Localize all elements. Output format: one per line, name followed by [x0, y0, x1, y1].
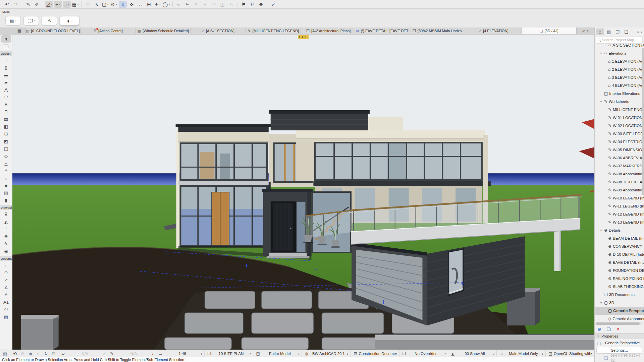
guide-lines-icon[interactable]: ◿∨: [45, 1, 53, 8]
text-tool-icon[interactable]: A: [0, 291, 12, 299]
tree-item[interactable]: ∨ ✎ W-06 ABBREVIATI: [595, 154, 644, 162]
flag-schedule-icon[interactable]: ⚐∨: [248, 1, 256, 8]
chevron-right-icon[interactable]: ›: [640, 30, 643, 34]
frame-icon[interactable]: ▢∨: [101, 1, 109, 8]
undo-icon[interactable]: ↶∨: [3, 1, 11, 8]
curtain-wall-tool-icon[interactable]: ▦: [0, 116, 12, 123]
marquee-multi-button[interactable]: ▧›: [5, 16, 21, 25]
pickup-parameters-icon[interactable]: ✎∨: [24, 1, 32, 8]
tree-item[interactable]: ∨ ✎ W-07 MARKERS (I: [595, 162, 644, 170]
project-map-icon[interactable]: ⌂: [596, 28, 604, 35]
wall-tool-icon[interactable]: ▱: [0, 57, 12, 64]
tree-item[interactable]: ∨ ✎ W-11 LEGEND (Ind: [595, 202, 644, 210]
marquee-select-button[interactable]: ›: [23, 16, 39, 25]
camera-tool-icon[interactable]: ◉: [0, 248, 12, 255]
inject-parameters-icon[interactable]: ✐∨: [33, 1, 41, 8]
save-view-icon[interactable]: ❖∨: [257, 1, 265, 8]
elevation-tool-icon[interactable]: ◭: [0, 218, 12, 226]
tree-item[interactable]: ∨ ⊕ D-10 DETAIL (Inde: [595, 250, 644, 258]
tab-a2-plans[interactable]: ❐ [A-2 Architectural Plans]: [301, 27, 356, 34]
tab-eave-detail[interactable]: ⊕ (!) EAVE DETAIL [EAVE DET...: [356, 27, 411, 34]
fillet-icon[interactable]: ◠∨: [210, 1, 218, 8]
renovation-filter[interactable]: ▱ N/A ›: [58, 350, 107, 357]
tree-item[interactable]: ∨ ⊕ Details: [595, 226, 644, 234]
menu-icon[interactable]: ≡: [637, 29, 639, 34]
tree-item[interactable]: ∨ ✎ W-08 TEXT & LAB: [595, 178, 644, 186]
stair-tool-icon[interactable]: ≡: [0, 101, 12, 108]
tree-item[interactable]: ∨ ◇ Generic Axonomet: [595, 315, 644, 322]
tree-scrollbar[interactable]: [642, 48, 644, 195]
publish-button[interactable]: ⇗ ∨: [576, 27, 594, 34]
view-settings-dialog-button[interactable]: Settings...: [596, 347, 642, 354]
slab-tool-icon[interactable]: ▰: [0, 79, 12, 86]
lamp-tool-icon[interactable]: ☼: [0, 175, 12, 182]
tree-item[interactable]: ∨ ⌂ 3 ELEVATION (Auto: [595, 73, 644, 81]
tab-section-s1[interactable]: ⌂ [A S-1 SECTION]: [191, 27, 246, 34]
gravity-icon[interactable]: ⇩∨: [119, 1, 127, 8]
tree-item[interactable]: ∨ ✎ W-10 LEGEND (Inc: [595, 194, 644, 202]
zoom-icon[interactable]: ⊕: [26, 351, 34, 356]
object-tool-icon[interactable]: ♙: [0, 167, 12, 175]
search-field[interactable]: [596, 36, 643, 44]
tab-msbim-layout[interactable]: ❐ [30/42 MSBIM Main Horizo...: [411, 27, 466, 34]
marker-tool-icon[interactable]: ①: [0, 306, 12, 313]
3d-viewport[interactable]: [12, 35, 594, 350]
grid-snap-icon[interactable]: ▦∨: [71, 1, 79, 8]
tree-item[interactable]: ∨ ⊕ RAILING FIXING DI: [595, 275, 644, 283]
tab-overview-button[interactable]: ▦: [13, 27, 25, 34]
wall-end-tool-icon[interactable]: ▮: [0, 197, 12, 204]
mesh-tool-icon[interactable]: △: [0, 160, 12, 167]
coordinate-input-icon[interactable]: ⌗∨: [63, 1, 71, 8]
structure-display[interactable]: ⌂ Main Model Only ›: [497, 350, 545, 357]
plane-icon[interactable]: ◇∨: [84, 1, 92, 8]
tab-millicent-legend[interactable]: ✎ [MILLICENT ENG LEGEND]: [246, 27, 301, 34]
renovation-show[interactable]: ◭ 00 Show All ›: [448, 350, 497, 357]
railing-tool-icon[interactable]: Π: [0, 108, 12, 116]
extend-icon[interactable]: ⌐∨: [201, 1, 209, 8]
tree-item[interactable]: ∨ ✎ W-13 LEGEND (Inc: [595, 218, 644, 226]
tree-item[interactable]: ∨ ✎ W-12 LEGEND (Inc: [595, 210, 644, 218]
tree-item[interactable]: ∨ ⌂ 4 ELEVATION (Auto: [595, 81, 644, 89]
curtain-panel-tool-icon[interactable]: ▥: [0, 189, 12, 197]
fit-in-window-icon[interactable]: ⊡: [50, 351, 57, 356]
roof-tool-icon[interactable]: ⋀: [0, 86, 12, 94]
scale[interactable]: ▭ 1:48 ›: [156, 350, 205, 357]
radial-dimension-tool-icon[interactable]: ↗: [0, 277, 12, 284]
retaining-wall[interactable]: [375, 334, 594, 350]
tree-item[interactable]: ∨ ✎ W-01 LOCATION M: [595, 114, 644, 122]
explore-icon[interactable]: λ: [42, 351, 50, 356]
orbit-icon[interactable]: ◌: [34, 351, 42, 356]
tree-item[interactable]: ∨ ✎ W-08 Abbreviation: [595, 170, 644, 178]
check-model-icon[interactable]: ✓∨: [269, 1, 277, 8]
tree-item[interactable]: ∨ ▢ 3D: [595, 299, 644, 307]
tree-item[interactable]: ∨ ⊕ EAVE DETAIL (Inde: [595, 258, 644, 266]
snap-guides-icon[interactable]: ⌖∨: [54, 1, 62, 8]
view-map-icon[interactable]: ▤: [605, 28, 613, 35]
opening-tool-icon[interactable]: ◰: [0, 145, 12, 153]
tree-item[interactable]: ∨ ▢ Generic Perspect: [595, 307, 644, 315]
add-view-button[interactable]: ⊕: [597, 326, 601, 332]
graphic-overrides[interactable]: ❐ No Overrides ›: [399, 350, 448, 357]
tab-action-center[interactable]: ♖ [Action Center]: [80, 27, 136, 34]
model-view-options[interactable]: ▤ Entire Model ›: [253, 350, 302, 357]
next-view-icon[interactable]: ⟳: [19, 351, 26, 356]
publisher-icon[interactable]: ❏: [622, 28, 630, 35]
tree-item[interactable]: ∨ ▱ Elevations: [595, 49, 644, 57]
tree-item[interactable]: ∨ ⌂ 2 ELEVATION (Auto: [595, 65, 644, 73]
tab-window-schedule[interactable]: ▦ [Window Schedule Detailed]: [136, 27, 191, 34]
tree-item[interactable]: ∨ ✎ W-04 ELECTRICAL: [595, 138, 644, 146]
view-settings-button[interactable]: ❏: [607, 327, 611, 332]
layout-book-icon[interactable]: ❐: [613, 28, 622, 35]
tree-item[interactable]: ∨ ⌂ 1 ELEVATION (Auto: [595, 57, 644, 65]
arrow-tool-button[interactable]: ➤›: [60, 16, 79, 25]
adjust-opening-icon[interactable]: ◫∨: [218, 1, 226, 8]
tree-item[interactable]: ∨ ⊕ BEAM DETAIL (Ind: [595, 234, 644, 242]
roof-trim-icon[interactable]: ⌂∨: [227, 1, 235, 8]
beam-tool-icon[interactable]: ▬: [0, 71, 12, 79]
tree-item[interactable]: ∨ ⊕ SLAB THECKING (: [595, 283, 644, 291]
tree-item[interactable]: ∨ ▱ A S-1 SECTION (A: [595, 44, 644, 49]
arrow-tool-icon[interactable]: ➤: [1, 35, 11, 43]
dimension-standard[interactable]: ⊡ Construction Documen... ›: [351, 350, 399, 357]
previous-view-icon[interactable]: ⟲: [11, 351, 19, 356]
column-tool-icon[interactable]: ▯: [0, 64, 12, 71]
